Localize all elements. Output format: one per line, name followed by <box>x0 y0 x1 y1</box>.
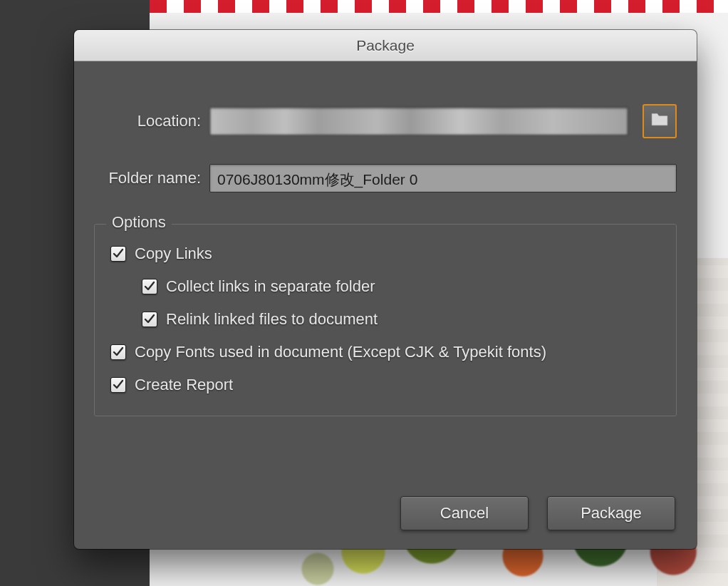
cancel-button[interactable]: Cancel <box>400 496 529 530</box>
package-dialog: Package Location: Folder name: Options <box>74 30 697 549</box>
location-row: Location: <box>94 104 677 138</box>
create-report-checkbox[interactable] <box>110 377 126 393</box>
folder-name-row: Folder name: <box>94 164 677 192</box>
copy-links-row: Copy Links <box>110 245 660 263</box>
location-field[interactable] <box>209 107 628 135</box>
collect-links-label: Collect links in separate folder <box>166 277 375 296</box>
relink-checkbox[interactable] <box>142 312 157 327</box>
dialog-title: Package <box>356 37 415 54</box>
options-group: Options Copy Links Collect links in sepa… <box>94 224 677 416</box>
create-report-row: Create Report <box>110 376 660 394</box>
options-legend: Options <box>106 213 172 232</box>
collect-links-row: Collect links in separate folder <box>142 277 660 296</box>
location-label: Location: <box>94 112 209 130</box>
folder-name-label: Folder name: <box>94 169 209 187</box>
copy-fonts-label: Copy Fonts used in document (Except CJK … <box>135 343 546 361</box>
dialog-footer: Cancel Package <box>400 496 675 530</box>
copy-links-label: Copy Links <box>135 245 212 263</box>
copy-fonts-row: Copy Fonts used in document (Except CJK … <box>110 343 660 361</box>
package-button[interactable]: Package <box>547 496 675 530</box>
create-report-label: Create Report <box>135 376 233 394</box>
folder-name-input[interactable] <box>209 164 677 192</box>
bg-stripe-pattern <box>150 0 728 13</box>
dialog-body: Location: Folder name: Options Copy Link <box>74 61 697 416</box>
collect-links-checkbox[interactable] <box>142 279 157 294</box>
relink-label: Relink linked files to document <box>166 310 378 329</box>
cancel-button-label: Cancel <box>440 504 489 523</box>
copy-links-checkbox[interactable] <box>110 246 126 262</box>
browse-folder-button[interactable] <box>643 104 677 138</box>
dialog-titlebar: Package <box>74 30 697 61</box>
relink-row: Relink linked files to document <box>142 310 660 329</box>
folder-icon <box>650 111 669 131</box>
package-button-label: Package <box>581 504 642 523</box>
copy-fonts-checkbox[interactable] <box>110 344 126 360</box>
